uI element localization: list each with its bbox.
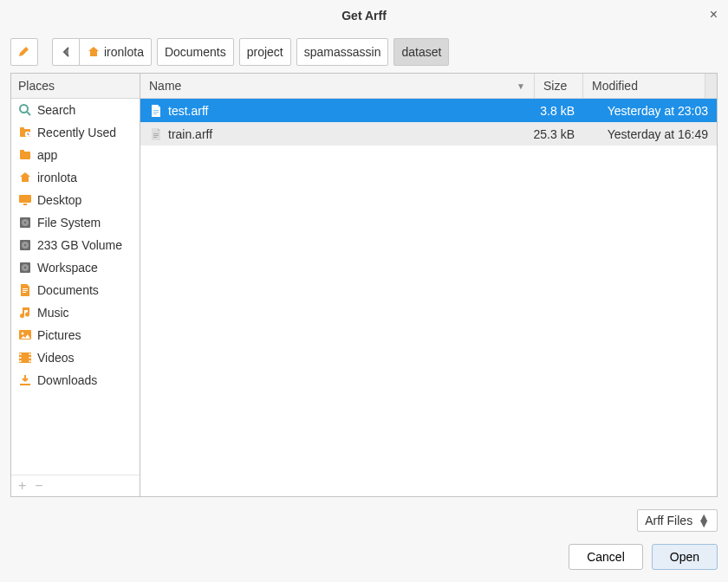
sidebar-item-label: ironlota: [37, 171, 77, 184]
file-size: 3.8 kB: [523, 104, 583, 118]
file-icon: [149, 104, 163, 118]
sidebar-item[interactable]: Downloads: [11, 369, 140, 391]
sidebar-item-label: Desktop: [37, 193, 81, 207]
sidebar-item[interactable]: 233 GB Volume: [11, 234, 140, 256]
file-list: Name ▼ Size Modified test.arff3.8 kBYest…: [140, 73, 718, 497]
sidebar-item[interactable]: Desktop: [11, 189, 140, 211]
sidebar-item[interactable]: Workspace: [11, 256, 140, 279]
music-icon: [18, 306, 32, 320]
sidebar-item[interactable]: Documents: [11, 279, 140, 301]
sidebar-item[interactable]: Recently Used: [11, 121, 140, 144]
breadcrumb-item-active[interactable]: dataset: [393, 38, 449, 66]
titlebar: Get Arff ×: [0, 0, 728, 31]
sidebar-item[interactable]: Music: [11, 301, 140, 324]
sidebar-item[interactable]: File System: [11, 211, 140, 234]
sidebar-item-label: Documents: [37, 283, 99, 297]
disk-icon: [18, 261, 32, 275]
close-icon[interactable]: ×: [710, 7, 718, 23]
breadcrumb-label: ironlota: [104, 45, 144, 59]
disk-icon: [18, 238, 32, 252]
breadcrumb-item[interactable]: project: [239, 38, 291, 66]
cancel-button[interactable]: Cancel: [569, 544, 643, 570]
spinner-icon: ▲▼: [698, 514, 710, 527]
scrollbar[interactable]: [705, 74, 717, 98]
chevron-left-icon: [60, 45, 72, 59]
breadcrumb: ironlota: [52, 38, 152, 66]
home-icon: [87, 45, 101, 59]
sidebar-item-label: app: [37, 148, 57, 162]
path-toolbar: ironlota Documents project spamassassin …: [0, 31, 728, 73]
file-name: train.arff: [168, 127, 212, 141]
sidebar-item-label: File System: [37, 216, 101, 230]
file-icon: [149, 127, 163, 141]
places-sidebar: Places SearchRecently UsedappironlotaDes…: [10, 73, 140, 497]
edit-path-button[interactable]: [10, 38, 38, 66]
file-size: 25.3 kB: [523, 127, 583, 141]
file-modified: Yesterday at 23:03: [583, 104, 717, 118]
disk-icon: [18, 216, 32, 230]
remove-bookmark-button: −: [35, 479, 42, 493]
video-icon: [18, 351, 32, 365]
sidebar-item[interactable]: Videos: [11, 346, 140, 369]
breadcrumb-item[interactable]: spamassassin: [296, 38, 389, 66]
doc-icon: [18, 283, 32, 297]
sidebar-item[interactable]: Search: [11, 99, 140, 121]
sidebar-item-label: Videos: [37, 351, 75, 365]
sidebar-item[interactable]: app: [11, 144, 140, 166]
download-icon: [18, 373, 32, 387]
sidebar-item-label: Downloads: [37, 373, 97, 387]
sidebar-item-label: Search: [37, 103, 75, 117]
home-icon: [18, 171, 32, 184]
pencil-icon: [17, 45, 31, 59]
column-header-size[interactable]: Size: [535, 74, 583, 98]
sidebar-item-label: Music: [37, 306, 69, 320]
sort-indicator-icon: ▼: [517, 81, 525, 91]
breadcrumb-back[interactable]: [52, 38, 80, 66]
places-header: Places: [11, 74, 140, 99]
recent-icon: [18, 126, 32, 139]
folder-icon: [18, 148, 32, 162]
file-name: test.arff: [168, 104, 208, 118]
sidebar-item-label: Workspace: [37, 261, 98, 275]
file-row[interactable]: train.arff25.3 kBYesterday at 16:49: [140, 122, 717, 146]
breadcrumb-home[interactable]: ironlota: [79, 38, 152, 66]
sidebar-item[interactable]: ironlota: [11, 166, 140, 189]
file-type-filter[interactable]: Arff Files ▲▼: [637, 509, 718, 532]
column-header-modified[interactable]: Modified: [583, 74, 705, 98]
sidebar-item-label: Recently Used: [37, 126, 116, 139]
add-bookmark-button: +: [18, 479, 26, 493]
open-button[interactable]: Open: [652, 544, 718, 570]
sidebar-item[interactable]: Pictures: [11, 324, 140, 346]
file-row[interactable]: test.arff3.8 kBYesterday at 23:03: [140, 99, 717, 122]
file-modified: Yesterday at 16:49: [583, 127, 717, 141]
sidebar-item-label: 233 GB Volume: [37, 238, 122, 252]
search-icon: [18, 103, 32, 117]
filter-label: Arff Files: [645, 514, 692, 527]
breadcrumb-item[interactable]: Documents: [157, 38, 234, 66]
sidebar-item-label: Pictures: [37, 328, 81, 342]
column-header-name[interactable]: Name ▼: [140, 74, 535, 98]
picture-icon: [18, 328, 32, 342]
window-title: Get Arff: [341, 9, 387, 23]
desktop-icon: [18, 193, 32, 207]
